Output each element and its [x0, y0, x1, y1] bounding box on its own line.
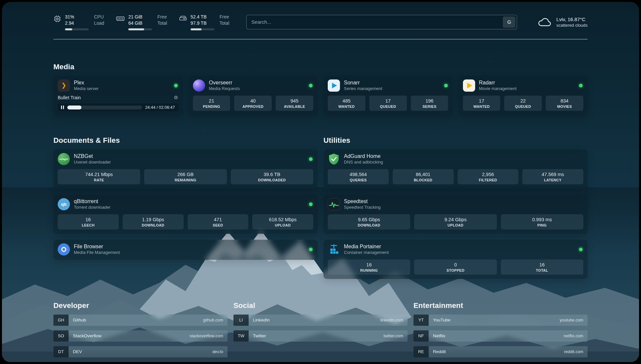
card-nzbget: nzbget NZBGet Usenet downloader 744.21 M…	[53, 149, 318, 189]
bookmark-abbr: DT	[53, 346, 69, 357]
bookmark-name: Reddit	[429, 349, 564, 354]
adguard-shield-icon	[328, 153, 340, 165]
bookmark-abbr: NF	[413, 330, 429, 342]
cpu-icon	[53, 15, 61, 23]
stat-leech: 16LEECH	[58, 214, 119, 229]
bookmark-name: YouTube	[429, 318, 560, 322]
section-heading-utilities: Utilities	[323, 136, 588, 145]
section-heading-media: Media	[53, 63, 588, 71]
bookmark-linkedin[interactable]: LI LinkedIn linkedin.com	[233, 315, 408, 326]
bookmark-stackoverflow[interactable]: SO StackOverflow stackoverflow.com	[53, 330, 228, 342]
bookmark-host: github.com	[203, 318, 228, 322]
nzbget-icon: nzbget	[58, 153, 70, 165]
section-social: Social LI LinkedIn linkedin.com TW Twitt…	[233, 301, 408, 357]
service-desc: Media server	[74, 86, 170, 91]
bookmark-github[interactable]: GH Github github.com	[53, 315, 228, 326]
memory-free-label: Free	[157, 14, 167, 20]
bookmark-netflix[interactable]: NF Netflix netflix.com	[413, 330, 588, 342]
stat-total: 16TOTAL	[501, 259, 583, 275]
overseerr-icon	[193, 79, 205, 92]
radarr-icon	[463, 79, 475, 92]
status-dot	[309, 84, 313, 87]
stat-stopped: 0STOPPED	[414, 259, 497, 275]
cloud-icon	[537, 17, 552, 27]
service-link-radarr[interactable]: Radarr Movie management	[463, 79, 584, 92]
service-link-qbittorrent[interactable]: qb qBittorrent Torrent downloader	[58, 198, 313, 210]
service-name: File Browser	[74, 244, 305, 250]
section-heading-entertainment: Entertainment	[413, 301, 588, 310]
service-link-sonarr[interactable]: Sonarr Series management	[328, 79, 448, 92]
memory-free-value: 21 GiB	[128, 14, 152, 20]
stat-running: 16RUNNING	[328, 259, 410, 275]
service-link-filebrowser[interactable]: File Browser Media File Management	[58, 243, 313, 256]
service-link-portainer[interactable]: Media Portainer Container management	[328, 243, 583, 256]
disk-total-value: 97.9 TB	[191, 20, 214, 26]
stat-rate: 744.21 MbpsRATE	[58, 169, 140, 184]
stat-queries: 498,564QUERIES	[328, 169, 389, 184]
sonarr-icon	[328, 79, 340, 92]
speedtest-waveform-icon	[328, 198, 340, 210]
disk-icon	[179, 15, 187, 23]
bookmark-host: stackoverflow.com	[190, 334, 228, 338]
service-name: qBittorrent	[74, 198, 305, 204]
card-speedtest: Speedtest Speedtest Tracking 9.65 GbpsDO…	[323, 195, 588, 234]
bookmark-name: Twitter	[249, 333, 383, 338]
search-bar: G	[246, 15, 517, 29]
section-heading-social: Social	[233, 301, 408, 310]
stat-filtered: 2,956FILTERED	[458, 169, 519, 184]
bookmark-youtube[interactable]: YT YouTube youtube.com	[413, 315, 588, 326]
search-input[interactable]	[246, 15, 517, 29]
section-documents: Documents & Files nzbget NZBGet Usenet d…	[53, 136, 318, 260]
bookmark-twitter[interactable]: TW Twitter twitter.com	[233, 330, 408, 342]
bookmark-name: Github	[69, 318, 203, 322]
stat-available: 945AVAILABLE	[276, 96, 313, 111]
stat-blocked: 86,401BLOCKED	[393, 169, 454, 184]
service-link-speedtest[interactable]: Speedtest Speedtest Tracking	[328, 198, 583, 210]
plex-icon: ❯	[58, 79, 70, 92]
disk-total-label: Total	[220, 20, 229, 26]
pause-button[interactable]	[60, 106, 64, 109]
section-media: Media ❯ Plex Media server Bullet Train	[53, 63, 588, 116]
bookmark-host: youtube.com	[560, 318, 588, 322]
card-plex: ❯ Plex Media server Bullet Train ⚙	[53, 76, 183, 116]
bookmark-host: netflix.com	[564, 334, 588, 338]
status-dot	[174, 84, 178, 87]
bookmark-name: DEV	[69, 349, 212, 354]
card-portainer: Media Portainer Container management 16R…	[323, 240, 588, 279]
status-dot	[309, 202, 313, 206]
stat-download: 9.65 GbpsDOWNLOAD	[328, 214, 410, 229]
bookmark-reddit[interactable]: RE Reddit reddit.com	[413, 346, 588, 357]
bookmark-name: LinkedIn	[249, 318, 381, 322]
disk-progress	[191, 28, 214, 30]
gear-icon[interactable]: ⚙	[174, 95, 178, 101]
service-name: Sonarr	[344, 80, 440, 86]
service-name: Plex	[74, 80, 170, 86]
bookmark-abbr: GH	[53, 315, 69, 326]
snow-specks	[2, 2, 3, 3]
disk-free-label: Free	[220, 14, 229, 20]
stat-upload: 9.24 GbpsUPLOAD	[414, 214, 497, 229]
cpu-label: CPU	[94, 14, 104, 20]
cpu-widget: 31% CPU 2.94 Load	[53, 14, 104, 30]
memory-total-label: Total	[157, 20, 167, 26]
weather-condition: scattered clouds	[556, 23, 588, 28]
search-provider-button[interactable]: G	[503, 16, 515, 28]
service-link-nzbget[interactable]: nzbget NZBGet Usenet downloader	[58, 153, 313, 165]
stat-queued: 22QUEUED	[504, 96, 542, 111]
service-link-adguard[interactable]: AdGuard Home DNS and adblocking	[328, 153, 583, 165]
stat-upload: 618.52 MbpsUPLOAD	[252, 214, 313, 229]
stat-approved: 40APPROVED	[234, 96, 272, 111]
memory-widget: 21 GiB Free 64 GiB Total	[116, 14, 167, 30]
bookmark-dev[interactable]: DT DEV dev.to	[53, 346, 228, 357]
status-dot	[579, 84, 583, 87]
service-desc: Torrent downloader	[74, 205, 305, 210]
service-name: AdGuard Home	[344, 153, 583, 159]
stat-movies: 834MOVIES	[546, 96, 583, 111]
service-link-plex[interactable]: ❯ Plex Media server	[58, 79, 178, 92]
qbittorrent-icon: qb	[58, 198, 70, 210]
section-utilities: Utilities	[323, 136, 588, 279]
stat-download: 1.19 GbpsDOWNLOAD	[123, 214, 184, 229]
service-link-overseerr[interactable]: Overseerr Media Requests	[193, 79, 314, 92]
status-dot	[309, 248, 313, 251]
disk-free-value: 52.4 TB	[191, 14, 214, 20]
